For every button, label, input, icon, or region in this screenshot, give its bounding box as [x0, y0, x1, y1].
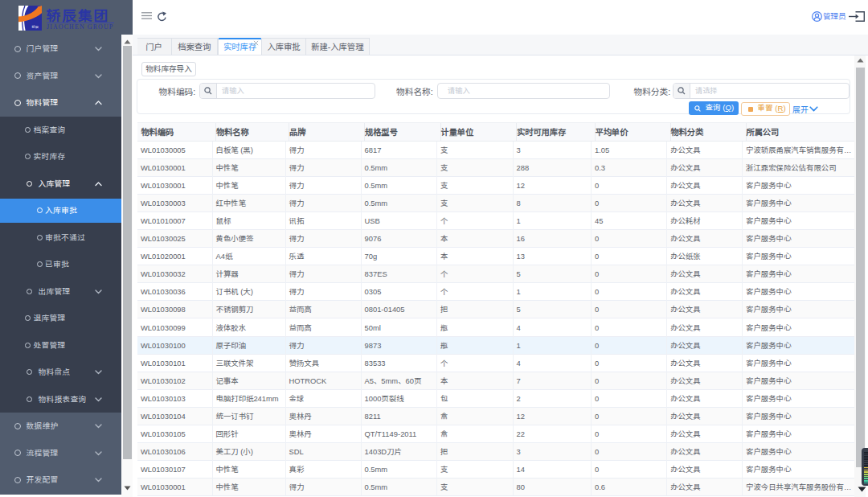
svg-text:轿辰: 轿辰 — [32, 24, 39, 29]
